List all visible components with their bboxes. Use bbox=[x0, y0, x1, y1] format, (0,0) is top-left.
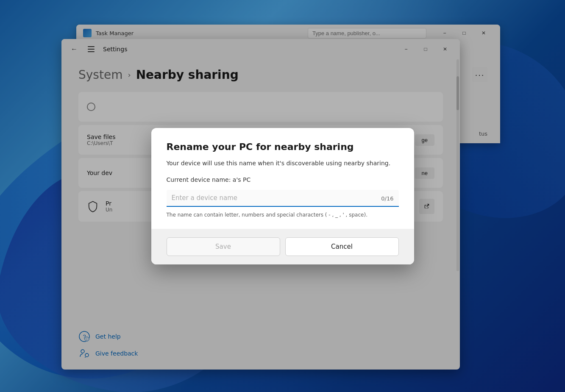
dialog-body: Rename your PC for nearby sharing Your d… bbox=[151, 128, 414, 229]
cancel-button[interactable]: Cancel bbox=[285, 237, 399, 256]
dialog-footer: Save Cancel bbox=[151, 229, 414, 264]
current-device-name: Current device name: a's PC bbox=[167, 176, 399, 183]
rename-pc-dialog: Rename your PC for nearby sharing Your d… bbox=[151, 128, 414, 264]
char-count-label: 0/16 bbox=[381, 195, 393, 201]
save-button[interactable]: Save bbox=[167, 237, 280, 256]
dialog-hint: The name can contain letter, numbers and… bbox=[167, 211, 399, 219]
dialog-description: Your device will use this name when it's… bbox=[167, 159, 399, 168]
device-name-input-wrapper: 0/16 bbox=[167, 190, 399, 207]
device-name-input[interactable] bbox=[167, 190, 399, 207]
dialog-title: Rename your PC for nearby sharing bbox=[167, 142, 399, 152]
